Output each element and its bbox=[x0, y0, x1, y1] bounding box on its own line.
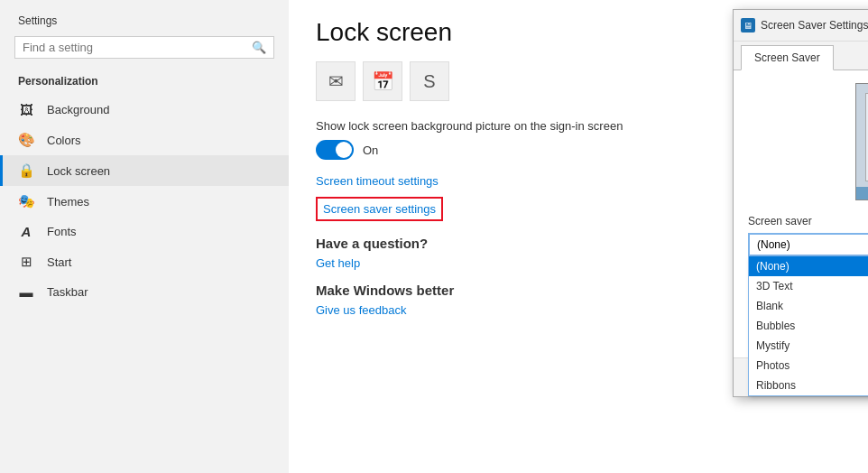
dialog-body: Screen saver (None)▼ (None) 3D Text Blan… bbox=[734, 70, 868, 357]
mail-app-icon: ✉ bbox=[316, 61, 356, 101]
sidebar-item-background[interactable]: 🖼 Background bbox=[0, 95, 289, 125]
dropdown-option-ribbons[interactable]: Ribbons bbox=[749, 376, 868, 395]
dropdown-wrapper: (None)▼ (None) 3D Text Blank Bubbles Mys… bbox=[748, 233, 868, 256]
dialog-title-area: 🖥 Screen Saver Settings bbox=[741, 18, 868, 32]
sidebar-item-fonts[interactable]: A Fonts bbox=[0, 217, 289, 246]
search-icon: 🔍 bbox=[252, 41, 266, 54]
show-lock-toggle[interactable] bbox=[316, 140, 354, 160]
sidebar-item-taskbar[interactable]: ▬ Taskbar bbox=[0, 277, 289, 307]
dropdown-option-blank[interactable]: Blank bbox=[749, 296, 868, 316]
themes-icon: 🎭 bbox=[18, 193, 34, 209]
sidebar-item-label: Start bbox=[47, 255, 71, 269]
dropdown-open-list: (None) 3D Text Blank Bubbles Mystify Pho… bbox=[748, 256, 868, 396]
search-input[interactable] bbox=[23, 41, 252, 54]
preview-box bbox=[855, 83, 868, 200]
search-box[interactable]: 🔍 bbox=[14, 36, 274, 59]
sidebar-section-label: Personalization bbox=[0, 70, 289, 95]
fonts-icon: A bbox=[18, 224, 34, 239]
preview-taskbar bbox=[856, 187, 868, 199]
dialog-titlebar: 🖥 Screen Saver Settings ✕ bbox=[734, 10, 868, 42]
screen-saver-section: Screen saver (None)▼ (None) 3D Text Blan… bbox=[748, 215, 868, 256]
start-icon: ⊞ bbox=[18, 254, 34, 270]
sidebar-item-lock-screen[interactable]: 🔒 Lock screen bbox=[0, 155, 289, 186]
dropdown-option-none[interactable]: (None) bbox=[749, 256, 868, 276]
sidebar-item-label: Fonts bbox=[47, 225, 77, 238]
sidebar: Settings 🔍 Personalization 🖼 Background … bbox=[0, 0, 289, 473]
sidebar-item-start[interactable]: ⊞ Start bbox=[0, 246, 289, 277]
sidebar-item-label: Colors bbox=[47, 134, 81, 147]
sidebar-item-label: Taskbar bbox=[47, 285, 88, 299]
toggle-label: On bbox=[363, 144, 378, 157]
dropdown-row: (None)▼ (None) 3D Text Blank Bubbles Mys… bbox=[748, 233, 868, 256]
screen-saver-label: Screen saver bbox=[748, 215, 868, 227]
calendar-app-icon: 📅 bbox=[363, 61, 402, 101]
taskbar-icon: ▬ bbox=[18, 284, 34, 300]
dropdown-option-bubbles[interactable]: Bubbles bbox=[749, 316, 868, 336]
app-title: Settings bbox=[0, 0, 289, 36]
background-icon: 🖼 bbox=[18, 102, 34, 117]
dialog-tabs: Screen Saver bbox=[734, 42, 868, 70]
preview-container bbox=[748, 83, 868, 200]
dialog-app-icon: 🖥 bbox=[741, 18, 755, 32]
dropdown-option-mystify[interactable]: Mystify bbox=[749, 336, 868, 356]
fake-select-bar[interactable]: (None)▼ bbox=[748, 233, 868, 256]
screen-saver-dialog: 🖥 Screen Saver Settings ✕ Screen Saver bbox=[733, 9, 868, 397]
sidebar-item-label: Lock screen bbox=[47, 164, 110, 178]
dropdown-option-photos[interactable]: Photos bbox=[749, 356, 868, 376]
sidebar-item-label: Themes bbox=[47, 195, 89, 209]
screen-saver-settings-btn[interactable]: Screen saver settings bbox=[318, 199, 441, 219]
sidebar-item-colors[interactable]: 🎨 Colors bbox=[0, 125, 289, 155]
lock-icon: 🔒 bbox=[18, 162, 34, 179]
dialog-title-text: Screen Saver Settings bbox=[761, 19, 868, 32]
sidebar-item-themes[interactable]: 🎭 Themes bbox=[0, 186, 289, 217]
colors-icon: 🎨 bbox=[18, 132, 34, 148]
skype-app-icon: S bbox=[410, 61, 449, 101]
main-content: Lock screen ✉ 📅 S Show lock screen backg… bbox=[289, 0, 868, 473]
dropdown-option-3dtext[interactable]: 3D Text bbox=[749, 276, 868, 296]
sidebar-item-label: Background bbox=[47, 103, 109, 116]
tab-screen-saver[interactable]: Screen Saver bbox=[741, 45, 834, 70]
